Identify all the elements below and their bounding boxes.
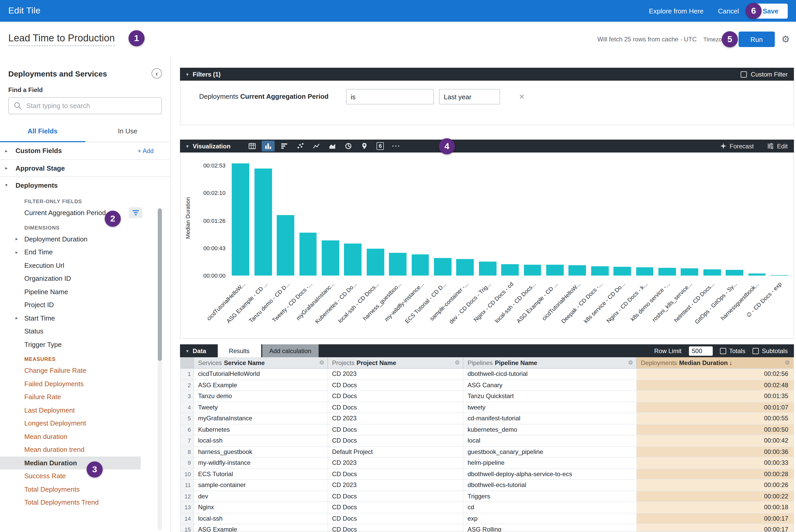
custom-filter-checkbox[interactable] [740,71,746,77]
sidebar-field-measure[interactable]: Failure Rate [0,390,170,403]
caret-right-icon[interactable]: ▸ [16,236,24,242]
table-row[interactable]: 3Tanzu demoCD DocsTanzu Quickstart00:01:… [181,391,793,402]
chart-bar[interactable] [680,160,700,276]
chart-bar[interactable] [276,160,296,276]
chart-bar[interactable] [702,160,722,276]
visualization-section-bar[interactable]: ▾ Visualization [180,139,794,153]
add-calculation-button[interactable]: Add calculation [262,344,319,357]
table-row[interactable]: 15ASG ExampleCD DocsASG Rolling00:00:17 [181,524,793,532]
chart-bar[interactable] [343,160,363,276]
sidebar-field-measure[interactable]: Success Rate [0,470,170,482]
table-row[interactable]: 7local-sshCD Docslocal00:00:42 [181,435,793,446]
table-row[interactable]: 6KubernetesCD Docskubernetes_demo00:00:5… [181,424,793,435]
chart-bar[interactable] [747,160,767,276]
sidebar-field-measure-selected[interactable]: Median Duration [0,456,141,470]
chart-bar[interactable] [523,160,542,276]
sidebar-field-measure[interactable]: Total Deployments Trend [0,496,170,509]
table-row[interactable]: 4TweetyCD Docstweety00:01:07 [181,402,793,413]
chart-bar[interactable] [590,160,610,276]
table-row[interactable]: 9my-wildfly-instanceCD 2023helm-pipeline… [181,458,793,469]
table-row[interactable]: 12devCD DocsTriggers00:00:22 [181,491,793,502]
filter-value-input[interactable] [439,89,500,104]
caret-right-icon[interactable]: ▸ [16,250,24,255]
tab-results[interactable]: Results [218,344,261,357]
subtotals-checkbox[interactable] [753,348,759,354]
column-gear-icon[interactable]: ⚙ [625,359,633,366]
tile-title-editable[interactable]: Lead Time to Production [8,33,115,46]
filter-by-field-button[interactable] [129,207,142,218]
tab-in-use[interactable]: In Use [85,121,170,142]
row-limit-input[interactable] [689,346,712,356]
edit-viz-button[interactable]: Edit [767,142,788,150]
sidebar-field-measure[interactable]: Mean duration [0,430,170,443]
sidebar-field-dimension[interactable]: ▸End Time [0,246,170,259]
chart-bar[interactable] [612,160,632,276]
column-gear-icon[interactable]: ⚙ [316,359,324,366]
forecast-button[interactable]: Forecast [720,142,754,150]
chart-bar[interactable] [231,160,251,276]
group-custom-fields[interactable]: ▸ Custom Fields + Add [0,142,170,159]
sidebar-field-measure[interactable]: Failed Deployments [0,377,170,390]
viz-area-chart-icon[interactable] [326,140,338,151]
viz-map-icon[interactable] [358,140,371,151]
table-row[interactable]: 5myGrafanaInstanceCD 2023cd-manifest-tut… [181,413,793,424]
chart-bar[interactable] [478,160,498,276]
column-header-pipeline-name[interactable]: Pipelines Pipeline Name ⚙ [463,357,637,368]
chart-bar[interactable] [770,160,790,276]
chart-bar[interactable] [298,160,318,276]
column-header-project-name[interactable]: Projects Project Name ⚙ [328,357,463,368]
sidebar-field-measure[interactable]: Total Deployments [0,482,170,496]
sidebar-field-dimension[interactable]: ▸Start Time [0,311,170,325]
chart-bar[interactable] [366,160,385,276]
remove-filter-icon[interactable]: ✕ [519,89,525,101]
sidebar-field-dimension[interactable]: Organization ID [0,272,170,285]
viz-line-chart-icon[interactable] [310,140,322,151]
viz-single-value-icon[interactable]: 6 [374,140,387,151]
sidebar-field-filter-only[interactable]: Current Aggregation Period [0,206,170,220]
group-deployments[interactable]: ▾ Deployments [0,176,170,193]
viz-bar-chart-icon[interactable] [277,140,291,151]
cancel-button[interactable]: Cancel [718,7,739,15]
chart-bar[interactable] [388,160,408,276]
sidebar-field-measure[interactable]: Last Deployment [0,403,170,417]
table-row[interactable]: 1cicdTutorialHelloWorldCD 2023dbothwell-… [181,368,793,380]
explore-from-here-link[interactable]: Explore from Here [649,7,703,15]
viz-column-chart-icon[interactable] [261,140,274,151]
viz-scatter-icon[interactable] [294,140,307,151]
sidebar-field-dimension[interactable]: Trigger Type [0,338,170,351]
filter-operator-select[interactable]: is [346,89,434,104]
chart-bar[interactable] [253,160,273,276]
table-row[interactable]: 11sample-containerCD 2023dbothwell-ecs-t… [181,480,793,491]
chart-bar[interactable] [635,160,655,276]
chart-bar[interactable] [433,160,452,276]
totals-checkbox[interactable] [720,348,726,354]
tab-all-fields[interactable]: All Fields [0,121,85,142]
column-header-service-name[interactable]: Services Service Name ⚙ [194,357,328,368]
chart-bar[interactable] [410,160,430,276]
column-gear-icon[interactable]: ⚙ [781,359,790,366]
table-row[interactable]: 10ECS TutorialCD Docsdbothwell-deploy-al… [181,469,793,480]
chart-bar[interactable] [545,160,565,276]
chart-bar[interactable] [455,160,475,276]
sidebar-field-measure[interactable]: Mean duration trend [0,443,170,456]
chart-bar[interactable] [320,160,340,276]
run-button[interactable]: Run [739,32,775,47]
settings-gear-icon[interactable]: ⚙ [781,35,790,44]
viz-more-options-icon[interactable]: ··· [390,140,403,151]
sidebar-field-dimension[interactable]: Execution Url [0,259,170,272]
sidebar-field-dimension[interactable]: Status [0,325,170,338]
sidebar-field-measure[interactable]: Change Failure Rate [0,364,170,377]
chart-bar[interactable] [500,160,520,276]
sidebar-field-dimension[interactable]: Project ID [0,298,170,311]
table-row[interactable]: 13NginxCD Docscd00:00:18 [181,502,793,513]
table-row[interactable]: 2ASG ExampleCD DocsASG Canary00:02:48 [181,380,793,391]
viz-pie-chart-icon[interactable] [341,140,355,151]
sidebar-field-dimension[interactable]: Pipeline Name [0,285,170,298]
data-section-bar[interactable]: ▾ Data Results Add calculation Row Limit… [180,344,794,357]
scrollbar-thumb[interactable] [158,208,162,361]
chart-bar[interactable] [657,160,677,276]
collapse-sidebar-icon[interactable]: ‹ [151,68,162,79]
column-gear-icon[interactable]: ⚙ [451,359,460,366]
table-row[interactable]: 8harness_guestbookDefault Projectguestbo… [181,446,793,458]
sidebar-field-dimension[interactable]: ▸Deployment Duration [0,232,170,246]
